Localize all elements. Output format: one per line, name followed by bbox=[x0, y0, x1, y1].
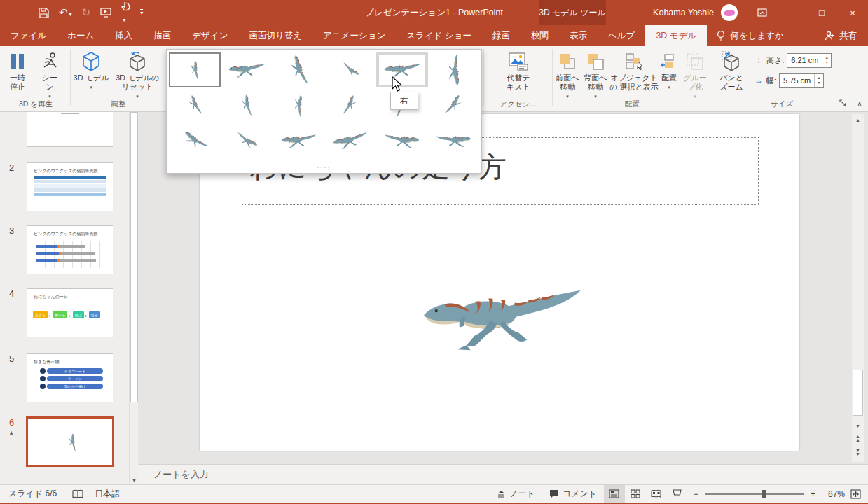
fit-to-window-icon[interactable] bbox=[850, 489, 861, 499]
notes-pane[interactable]: ノートを入力 bbox=[138, 464, 868, 484]
pan-zoom-button[interactable]: パンとズーム bbox=[713, 48, 750, 92]
tab-home[interactable]: ホーム bbox=[57, 25, 104, 46]
touch-mouse-mode-button[interactable]: ▾ bbox=[121, 1, 130, 24]
tab-view[interactable]: 表示 bbox=[559, 25, 598, 46]
comments-button[interactable]: コメント bbox=[542, 485, 604, 503]
share-button[interactable]: 共有 bbox=[813, 25, 868, 46]
tab-3d-model[interactable]: 3D モデル bbox=[645, 25, 707, 46]
accessibility-check-icon[interactable] bbox=[72, 489, 83, 499]
3d-model-button[interactable]: 3D モデル▾ bbox=[71, 48, 111, 92]
gallery-pose-upright[interactable] bbox=[273, 88, 324, 122]
undo-button[interactable]: ↶▾ bbox=[59, 6, 72, 19]
slide-sorter-view-button[interactable] bbox=[625, 485, 646, 503]
width-input[interactable]: 5.75 cm ▴▾ bbox=[779, 74, 824, 88]
collapse-ribbon-icon[interactable]: ∧ bbox=[857, 99, 862, 108]
width-spinner[interactable]: ▴▾ bbox=[814, 74, 823, 88]
zoom-in-button[interactable]: + bbox=[811, 489, 815, 499]
send-backward-button[interactable]: 背面へ移動▾ bbox=[581, 48, 609, 101]
size-dialog-launcher-icon[interactable] bbox=[839, 99, 848, 108]
gallery-pose-top-view[interactable] bbox=[169, 52, 221, 88]
gallery-resize-handle[interactable]: ···· bbox=[167, 164, 481, 171]
height-label: 高さ: bbox=[766, 55, 784, 66]
panel-scroll-down-icon[interactable]: ▼ bbox=[130, 478, 138, 483]
slide-thumbnail-4[interactable]: わにちゃんの一日 起きる ▸ 食べる ▸ 遊ぶ ▸ 寝る bbox=[27, 288, 113, 337]
gallery-pose-run-left[interactable] bbox=[273, 122, 324, 159]
slide-thumbnail-5[interactable]: 好きな食べ物 チョコレート ラーメン 鶏のから揚げ bbox=[27, 354, 113, 402]
maximize-button[interactable]: □ bbox=[806, 0, 837, 25]
zoom-slider[interactable] bbox=[705, 493, 804, 495]
tab-record[interactable]: 録画 bbox=[482, 25, 521, 46]
slide3-title: ピンクのワニグッズの個別販売数 bbox=[34, 231, 113, 237]
align-button[interactable]: 配置▾ bbox=[659, 48, 680, 92]
tab-slideshow[interactable]: スライド ショー bbox=[396, 25, 482, 46]
previous-slide-button[interactable]: ▲▲ bbox=[852, 435, 864, 442]
tab-draw[interactable]: 描画 bbox=[143, 25, 181, 46]
pan-zoom-icon bbox=[721, 50, 742, 74]
animation-star-icon: ★ bbox=[8, 430, 14, 437]
slide-thumbnail-3[interactable]: ピンクのワニグッズの個別販売数 bbox=[27, 225, 113, 274]
gallery-pose-run-left[interactable] bbox=[324, 122, 376, 159]
tab-transitions[interactable]: 画面切り替え bbox=[238, 25, 312, 46]
pause-button[interactable]: 一時停止 bbox=[1, 48, 34, 92]
scrollbar-thumb[interactable] bbox=[853, 370, 863, 416]
zoom-out-button[interactable]: − bbox=[694, 489, 698, 499]
gallery-pose-run-right[interactable] bbox=[428, 122, 480, 159]
reset-3d-model-button[interactable]: 3D モデルの リセット▾ bbox=[111, 48, 164, 101]
gallery-pose-run-left[interactable] bbox=[221, 52, 273, 88]
user-name[interactable]: Kohama Yoshie bbox=[653, 8, 714, 18]
reading-view-button[interactable] bbox=[646, 485, 667, 503]
normal-view-button[interactable] bbox=[604, 485, 625, 503]
gallery-pose-standing[interactable] bbox=[221, 122, 273, 159]
bring-forward-button[interactable]: 前面へ移動▾ bbox=[553, 48, 581, 101]
avatar[interactable] bbox=[721, 4, 738, 21]
vertical-scrollbar[interactable]: ▲ ▼ ▲▲ ▼▼ bbox=[852, 114, 864, 462]
undo-caret-icon[interactable]: ▾ bbox=[69, 11, 72, 18]
gallery-pose-upright[interactable] bbox=[324, 88, 376, 122]
send-backward-icon bbox=[586, 50, 605, 74]
gallery-pose-run-right[interactable] bbox=[376, 122, 428, 159]
gallery-pose-curled[interactable] bbox=[169, 122, 221, 159]
slide-thumbnail-6-selected[interactable] bbox=[27, 417, 113, 466]
notes-placeholder[interactable]: ノートを入力 bbox=[153, 468, 209, 481]
alt-text-button[interactable]: 代替テキスト bbox=[499, 48, 538, 92]
panel-scrollbar-thumb[interactable] bbox=[130, 112, 138, 402]
gallery-pose-upright[interactable] bbox=[221, 88, 273, 122]
gallery-pose-head-down[interactable] bbox=[428, 52, 480, 88]
tab-help[interactable]: ヘルプ bbox=[598, 25, 645, 46]
slideshow-view-button[interactable] bbox=[667, 485, 688, 503]
tell-me-box[interactable]: 何をしますか bbox=[707, 25, 793, 46]
height-spinner[interactable]: ▴▾ bbox=[822, 54, 831, 67]
next-slide-button[interactable]: ▼▼ bbox=[852, 449, 864, 456]
start-slideshow-icon[interactable] bbox=[100, 8, 111, 18]
close-button[interactable]: × bbox=[837, 0, 868, 25]
selection-pane-button[interactable]: オブジェクトの 選択と表示 bbox=[609, 48, 659, 92]
customize-qat-icon[interactable]: ▾ bbox=[140, 9, 143, 16]
panel-scrollbar[interactable]: ▼ bbox=[129, 112, 138, 484]
tab-insert[interactable]: 挿入 bbox=[104, 25, 143, 46]
touch-mode-caret-icon[interactable]: ▾ bbox=[123, 17, 125, 23]
zoom-level[interactable]: 67% bbox=[818, 489, 845, 499]
tab-design[interactable]: デザイン bbox=[181, 25, 238, 46]
scroll-down-icon[interactable]: ▼ bbox=[852, 420, 864, 432]
scroll-up-icon[interactable]: ▲ bbox=[852, 114, 864, 126]
ribbon-display-options-icon[interactable] bbox=[749, 0, 776, 25]
dinosaur-3d-model[interactable] bbox=[418, 282, 584, 358]
height-input[interactable]: 6.21 cm ▴▾ bbox=[787, 53, 832, 68]
language-indicator[interactable]: 日本語 bbox=[95, 488, 120, 500]
tab-animations[interactable]: アニメーション bbox=[312, 25, 396, 46]
slide-thumbnail-1[interactable]: 販売促進に向けて bbox=[27, 112, 113, 147]
tab-review[interactable]: 校閲 bbox=[521, 25, 559, 46]
zoom-slider-thumb[interactable] bbox=[762, 490, 766, 498]
quick-access-toolbar: ↶▾ ↻ ▾ ▾ bbox=[39, 0, 143, 25]
minimize-button[interactable]: − bbox=[776, 0, 806, 25]
gallery-pose-upright[interactable] bbox=[273, 52, 324, 88]
save-icon[interactable] bbox=[39, 8, 49, 18]
notes-toggle-button[interactable]: ノート bbox=[490, 485, 542, 503]
gallery-pose-upright[interactable] bbox=[169, 88, 221, 122]
scene-runner-icon bbox=[41, 50, 59, 74]
scene-button[interactable]: シーン▾ bbox=[34, 48, 66, 101]
gallery-pose-angled[interactable] bbox=[324, 52, 376, 88]
gallery-pose-upright[interactable] bbox=[428, 88, 480, 122]
slide-thumbnail-2[interactable]: ピンクのワニグッズの個別販売数 bbox=[27, 162, 113, 211]
tab-file[interactable]: ファイル bbox=[0, 25, 57, 46]
